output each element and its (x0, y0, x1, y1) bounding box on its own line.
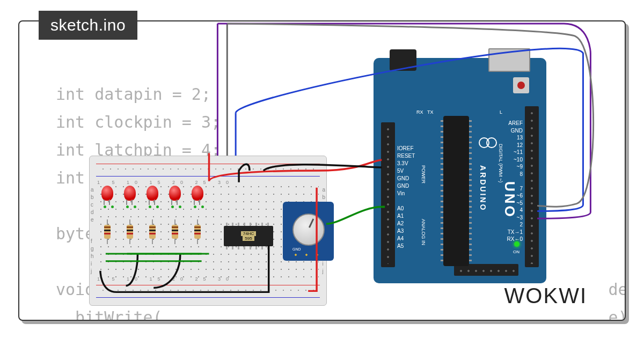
breadboard[interactable]: 1 5 10 15 20 25 30 1 5 10 15 20 25 30 a … (89, 156, 327, 306)
arduino-logo-icon (479, 137, 497, 148)
led-3[interactable] (147, 186, 158, 201)
atmega-chip (443, 116, 469, 266)
arduino-text: ARDUINO (479, 165, 487, 211)
pot-knob[interactable] (292, 214, 325, 246)
led-4[interactable] (169, 186, 181, 201)
shift-register-chip[interactable]: 74HC 595 (224, 226, 273, 246)
filename: sketch.ino (50, 16, 126, 34)
barrel-jack (390, 49, 416, 71)
reset-button[interactable] (513, 77, 529, 93)
file-tab[interactable]: sketch.ino (39, 11, 137, 40)
potentiometer[interactable]: GND (283, 202, 334, 261)
bb-rows-bot: f g h i j (91, 238, 94, 275)
canvas-frame: int datapin = 2; int clockpin = 3; int l… (18, 20, 626, 321)
led-1[interactable] (101, 186, 113, 201)
usb-port (488, 48, 530, 72)
right-pin-labels: AREF GND 13 12 ~11 ~10 ~9 8 7 ~6 ~5 4 ~3… (507, 120, 523, 243)
arduino-uno[interactable]: ARDUINO UNO ON IOREF RESET 3.3V 5V GND G… (374, 58, 546, 283)
bb-col-numbers-bot: 1 5 10 15 20 25 30 (97, 276, 234, 282)
led-2[interactable] (124, 186, 136, 201)
led-5[interactable] (192, 186, 203, 201)
left-pin-labels: IOREF RESET 3.3V 5V GND GND Vin A0 A1 A2… (397, 145, 415, 250)
bb-col-numbers-top: 1 5 10 15 20 25 30 (97, 180, 234, 185)
bb-rows-top: a b c d e (91, 186, 94, 224)
